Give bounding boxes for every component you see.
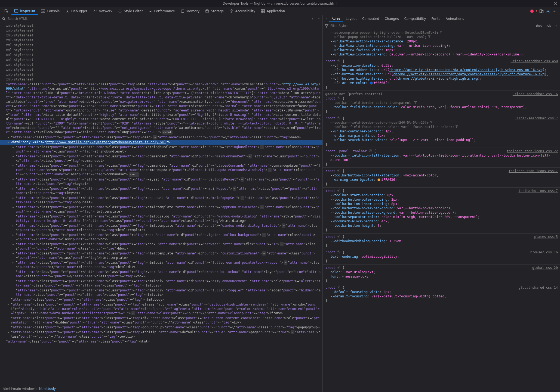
markup-line[interactable]: ▸"attr-name">class"punct">="punct"><"att… [0,205,322,214]
filter-icon[interactable] [455,125,458,129]
eyedropper-button[interactable] [316,17,321,21]
markup-line[interactable]: xml-stylesheet [0,48,322,52]
css-declaration[interactable]: --urlbar-search-button-width: calc(16px … [325,138,558,142]
markup-line[interactable]: "attr-name">class"punct">="punct"></"att… [0,339,322,344]
markup-line[interactable]: ▸"attr-name">class"punct">="punct"><"att… [0,330,322,339]
css-declaration[interactable]: --toolbarbutton-inner-padding: 8px; [325,202,558,206]
css-declaration[interactable]: --urlbar-popup-action-color: hsl(178, 10… [325,35,558,39]
gear-icon[interactable] [337,189,340,193]
cls-toggle[interactable]: .cls [545,24,552,27]
css-declaration[interactable]: --cfr-animation-duration: 0.35s; [325,63,558,68]
tab-storage[interactable]: Storage [202,7,226,15]
markup-line[interactable]: "attr-name">class"punct">="punct"><"attr… [0,214,322,223]
css-declaration[interactable]: --urlbarView-icon-margin-end: calc(var(-… [325,52,558,57]
ellipsis-badge[interactable]: ⋯ [241,177,244,182]
markup-line[interactable]: ▸"attr-name">class"punct">="punct"><"att… [0,145,322,154]
markup-line[interactable]: "attr-name">class"punct">="punct"><"attr… [0,82,322,135]
twisty-icon[interactable]: ▸ [12,251,15,256]
filter-styles-input[interactable] [330,24,533,28]
markup-tree[interactable]: xml-stylesheetxml-stylesheetxml-styleshe… [0,22,322,385]
gear-icon[interactable] [337,266,340,270]
twisty-icon[interactable]: ▸ [12,260,15,265]
markup-line[interactable]: "attr-name">class"punct">="punct"><"attr… [0,288,322,297]
css-declaration[interactable]: --toolbarseparator-color: color-mix(in s… [325,215,558,219]
markup-line[interactable]: xml-stylesheet [0,23,322,28]
gear-icon[interactable] [337,235,340,239]
markup-line[interactable]: ▸"attr-name">class"punct">="punct"><"att… [0,177,322,186]
twisty-icon[interactable]: ▸ [7,330,10,334]
twisty-icon[interactable]: ▸ [12,177,15,182]
twisty-icon[interactable]: ▸ [12,205,15,209]
gear-icon[interactable] [337,97,340,100]
rules-list[interactable]: --autocomplete-popup-highlight-color: Se… [323,29,560,392]
customize-icon[interactable] [546,9,550,13]
tab-debugger[interactable]: Debugger [63,7,90,15]
ellipsis-badge[interactable]: ⋯ [282,223,285,228]
filter-icon[interactable] [439,31,442,35]
tab-inspector[interactable]: Inspector [11,7,38,15]
responsive-design-icon[interactable] [539,9,544,13]
markup-line[interactable]: xml-stylesheet [0,67,322,72]
css-declaration[interactable]: --default-focusring-width: 2px; [325,290,558,294]
tab-accessibility[interactable]: Accessibility [226,7,258,15]
css-declaration[interactable]: --urlbarView-favicon-width: 16px; [325,48,558,52]
markup-line[interactable]: ▸"attr-name">class"punct">="punct"><"att… [0,135,322,140]
markup-line[interactable]: "attr-name">class"punct">="punct"><"attr… [0,269,322,279]
rule-source-link[interactable]: urlbar-searchbar.css:450 [511,59,558,63]
markup-line[interactable]: ▸"attr-name">class"punct">="punct"><"att… [0,302,322,316]
markup-line[interactable]: ▸"attr-name">class"punct">="punct"><"att… [0,154,322,163]
markup-line[interactable]: "attr-name">class"punct">="punct"><"attr… [0,279,322,288]
css-declaration[interactable]: --toolbarbutton-hover-background: var(--… [325,206,558,210]
css-declaration[interactable]: --cfr-button-features-icon: url(chrome:/… [325,72,558,76]
color-swatch[interactable] [377,178,380,181]
css-declaration[interactable]: --urlbarView-item-inline-padding: var(--… [325,43,558,48]
ellipsis-badge[interactable]: ⋯ [241,196,244,200]
css-declaration[interactable]: --toolbar-field-icon-fill-attention: var… [325,153,558,162]
tab-animations[interactable]: Animations [443,15,467,22]
rule-source-link[interactable]: toolbarbutton-icons.css:22 [507,149,558,153]
css-declaration[interactable]: --default-focusring: var(--default-focus… [325,294,558,298]
rule-source-link[interactable]: global-shared.css:14 [519,285,558,290]
markup-line[interactable]: ▸"attr-name">class"punct">="punct"><"att… [0,260,322,269]
css-declaration[interactable]: --cfr-active-color: #0060df; [325,81,558,85]
kebab-icon[interactable] [552,9,557,13]
twisty-icon[interactable]: ▸ [12,154,15,158]
ellipsis-badge[interactable]: ⋯ [153,135,156,139]
css-declaration[interactable]: --toolbarbutton-height: 0; [325,223,558,228]
rule-source-link[interactable]: browser.css:16 [530,250,558,254]
css-declaration[interactable]: --cfr-button-highlights-icon: url(chrome… [325,76,558,81]
pick-element-button[interactable] [2,7,11,15]
ellipsis-badge[interactable]: ⋯ [233,186,236,191]
tab-performance[interactable]: Performance [146,7,178,15]
ellipsis-badge[interactable]: ⋯ [248,154,252,158]
ellipsis-badge[interactable]: ⋯ [131,311,135,315]
ellipsis-badge[interactable]: ⋯ [268,168,272,172]
twisty-icon[interactable]: ▸ [7,135,10,139]
url-link[interactable]: chrome://activity-stream/content/data/co… [389,68,543,72]
gear-icon[interactable] [337,169,340,173]
twisty-icon[interactable]: ▸ [12,233,15,237]
rule-source-link[interactable]: places.css:5 [534,235,558,239]
css-declaration[interactable]: font: ▸message-box; [325,274,558,279]
css-declaration[interactable]: --bookmark-block-padding: 4px; [325,219,558,223]
markup-line[interactable]: xml-stylesheet [0,77,322,82]
markup-line[interactable]: xml-stylesheet [0,62,322,67]
rule-source-link[interactable]: toolbarbuttons.css:7 [519,189,558,193]
tab-changes[interactable]: Changes [382,15,402,22]
css-declaration[interactable]: --editbookmarkdialog-padding: 1.25em; [325,239,558,243]
css-declaration[interactable]: --urlbar-container-padding: 1px; [325,129,558,133]
twisty-icon[interactable]: ▸ [12,163,15,168]
ellipsis-badge[interactable]: ⋯ [260,205,264,209]
filter-icon[interactable] [414,101,417,105]
css-declaration[interactable]: --toolbarbutton-icon-fill-attention: -mo… [325,173,558,178]
markup-line[interactable]: xml-stylesheet [0,38,322,43]
rule-source-link[interactable]: global.css:20 [532,266,558,270]
markup-line[interactable]: ▸"attr-name">class"punct">="punct"><"att… [0,232,322,242]
css-declaration[interactable]: text-rendering: optimizeLegibility; [325,254,558,259]
breadcrumb-item[interactable]: html#main-window [3,387,35,391]
rule-source-link[interactable]: urlbar-searchbar.css:7 [515,116,558,120]
markup-line[interactable]: "attr-name">class"punct">="punct"></"att… [0,297,322,302]
markup-line[interactable]: "attr-name">class"punct">="punct"><"attr… [0,316,322,325]
twisty-icon[interactable]: ▸ [12,242,15,246]
css-declaration[interactable]: --toolbarbutton-outer-padding: 2px; [325,197,558,202]
